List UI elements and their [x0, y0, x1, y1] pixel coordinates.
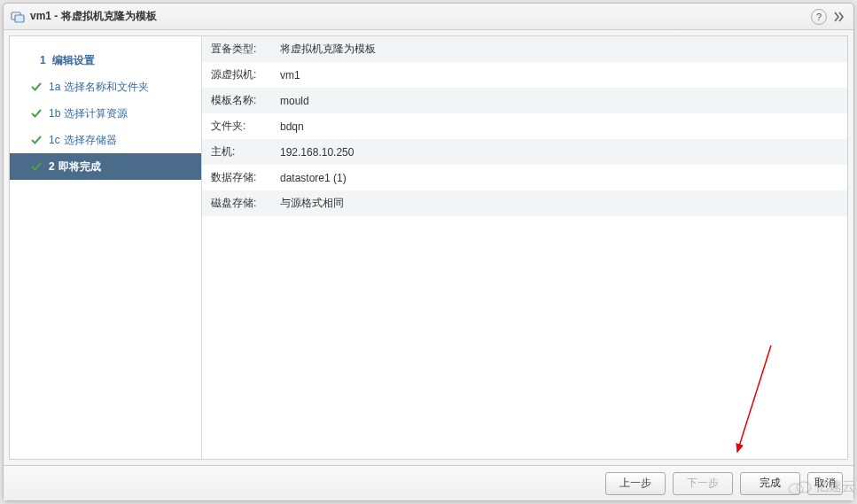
summary-key: 模板名称: — [202, 88, 271, 113]
step-label: 选择计算资源 — [64, 104, 128, 123]
step-group-1[interactable]: 1 编辑设置 — [10, 47, 201, 74]
summary-key: 置备类型: — [202, 36, 271, 62]
titlebar: vm1 - 将虚拟机克隆为模板 ? — [4, 4, 853, 30]
check-icon — [29, 159, 43, 174]
summary-value: 将虚拟机克隆为模板 — [271, 36, 847, 62]
dialog-footer: 上一步 下一步 完成 取消 — [4, 465, 853, 500]
step-num: 1b — [49, 104, 60, 123]
step-1b[interactable]: 1b 选择计算资源 — [10, 100, 201, 127]
step-1c[interactable]: 1c 选择存储器 — [10, 127, 201, 153]
summary-value: datastore1 (1) — [271, 165, 847, 190]
table-row: 置备类型:将虚拟机克隆为模板 — [202, 36, 847, 62]
back-button[interactable]: 上一步 — [605, 472, 666, 495]
expand-icon[interactable] — [830, 9, 846, 25]
help-icon[interactable]: ? — [811, 9, 827, 25]
summary-key: 文件夹: — [202, 113, 271, 139]
check-icon — [29, 80, 43, 94]
step-label: 选择存储器 — [64, 130, 117, 150]
summary-value: vm1 — [271, 62, 847, 88]
table-row: 模板名称:mould — [202, 88, 847, 113]
summary-panel: 置备类型:将虚拟机克隆为模板源虚拟机:vm1模板名称:mould文件夹:bdqn… — [202, 36, 847, 459]
step-num: 1a — [49, 77, 60, 97]
table-row: 文件夹:bdqn — [202, 113, 847, 139]
table-row: 源虚拟机:vm1 — [202, 62, 847, 88]
summary-value: 与源格式相同 — [271, 190, 847, 216]
vm-clone-icon — [11, 10, 25, 24]
summary-key: 数据存储: — [202, 165, 271, 190]
check-icon — [29, 133, 43, 147]
finish-button[interactable]: 完成 — [740, 472, 800, 495]
summary-key: 主机: — [202, 139, 271, 165]
dialog-body: 1 编辑设置 1a 选择名称和文件夹 1b 选择计算资源 — [9, 35, 848, 460]
step-label: 即将完成 — [58, 157, 101, 176]
wizard-dialog: vm1 - 将虚拟机克隆为模板 ? 1 编辑设置 1a 选择名称和文件夹 — [3, 3, 854, 501]
summary-table: 置备类型:将虚拟机克隆为模板源虚拟机:vm1模板名称:mould文件夹:bdqn… — [202, 36, 847, 216]
step-group-label: 编辑设置 — [52, 54, 95, 66]
table-row: 磁盘存储:与源格式相同 — [202, 190, 847, 216]
svg-rect-1 — [15, 15, 24, 22]
summary-key: 源虚拟机: — [202, 62, 271, 88]
dialog-title: vm1 - 将虚拟机克隆为模板 — [30, 9, 807, 24]
cancel-button[interactable]: 取消 — [807, 472, 843, 495]
next-button: 下一步 — [673, 472, 733, 495]
summary-value: mould — [271, 88, 847, 113]
step-1a[interactable]: 1a 选择名称和文件夹 — [10, 74, 201, 100]
step-num: 2 — [49, 157, 55, 176]
table-row: 主机:192.168.10.250 — [202, 139, 847, 165]
table-row: 数据存储:datastore1 (1) — [202, 165, 847, 190]
summary-value: 192.168.10.250 — [271, 139, 847, 165]
step-2-active[interactable]: 2 即将完成 — [10, 153, 201, 180]
step-num: 1c — [49, 130, 60, 150]
summary-key: 磁盘存储: — [202, 190, 271, 216]
step-label: 选择名称和文件夹 — [64, 77, 149, 97]
check-icon — [29, 106, 43, 120]
summary-value: bdqn — [271, 113, 847, 139]
wizard-sidebar: 1 编辑设置 1a 选择名称和文件夹 1b 选择计算资源 — [10, 36, 202, 459]
step-group-num: 1 — [40, 54, 46, 66]
